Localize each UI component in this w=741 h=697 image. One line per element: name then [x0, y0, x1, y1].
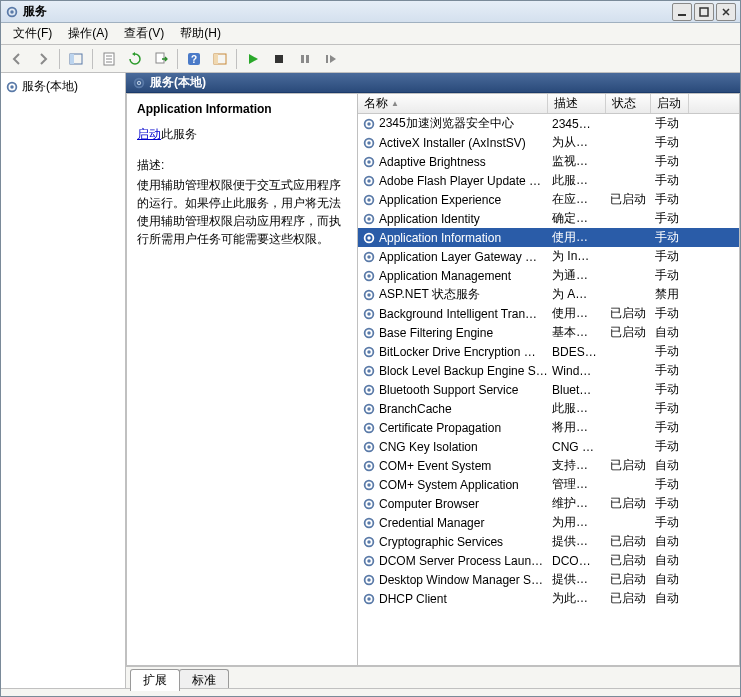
gear-icon	[362, 421, 376, 435]
svg-text:?: ?	[191, 54, 197, 65]
titlebar: 服务	[1, 1, 740, 23]
cell-start: 手动	[651, 134, 689, 151]
service-row[interactable]: Desktop Window Manager S…提供…已启动自动	[358, 570, 739, 589]
list-pane: 名称▲ 描述 状态 启动 2345加速浏览器安全中心2345…手动ActiveX…	[357, 94, 739, 665]
restart-service-button[interactable]	[319, 47, 343, 71]
service-row[interactable]: ASP.NET 状态服务为 A…禁用	[358, 285, 739, 304]
col-start[interactable]: 启动	[651, 94, 689, 113]
gear-icon	[362, 573, 376, 587]
properties-button[interactable]	[97, 47, 121, 71]
svg-point-26	[367, 141, 371, 145]
gear-icon	[362, 269, 376, 283]
cell-name: COM+ System Application	[358, 478, 548, 492]
service-name: Base Filtering Engine	[379, 326, 493, 340]
detail-start-line: 启动此服务	[137, 126, 347, 143]
service-name: ActiveX Installer (AxInstSV)	[379, 136, 526, 150]
cell-name: Credential Manager	[358, 516, 548, 530]
service-row[interactable]: Bluetooth Support ServiceBluet…手动	[358, 380, 739, 399]
service-row[interactable]: Adaptive Brightness监视…手动	[358, 152, 739, 171]
cell-desc: 基本…	[548, 324, 606, 341]
service-row[interactable]: Application Identity确定…手动	[358, 209, 739, 228]
service-name: Background Intelligent Tran…	[379, 307, 537, 321]
service-row[interactable]: Application Information使用…手动	[358, 228, 739, 247]
service-row[interactable]: 2345加速浏览器安全中心2345…手动	[358, 114, 739, 133]
service-row[interactable]: CNG Key IsolationCNG …手动	[358, 437, 739, 456]
service-row[interactable]: Adobe Flash Player Update …此服…手动	[358, 171, 739, 190]
tree-root-services[interactable]: 服务(本地)	[3, 77, 123, 96]
gear-icon	[362, 307, 376, 321]
col-status[interactable]: 状态	[606, 94, 651, 113]
cell-start: 手动	[651, 400, 689, 417]
export-button[interactable]	[149, 47, 173, 71]
detail-title: Application Information	[137, 102, 347, 116]
service-row[interactable]: Background Intelligent Tran…使用…已启动手动	[358, 304, 739, 323]
service-name: Application Identity	[379, 212, 480, 226]
service-name: Desktop Window Manager S…	[379, 573, 543, 587]
tab-extended[interactable]: 扩展	[130, 669, 180, 691]
cell-name: Computer Browser	[358, 497, 548, 511]
service-row[interactable]: Application Management为通…手动	[358, 266, 739, 285]
cell-start: 手动	[651, 305, 689, 322]
service-name: Block Level Backup Engine S…	[379, 364, 548, 378]
close-button[interactable]	[716, 3, 736, 21]
cell-status: 已启动	[606, 495, 651, 512]
gear-icon	[362, 288, 376, 302]
cell-desc: 在应…	[548, 191, 606, 208]
service-row[interactable]: BranchCache此服…手动	[358, 399, 739, 418]
service-name: Application Management	[379, 269, 511, 283]
start-service-link[interactable]: 启动	[137, 127, 161, 141]
service-name: ASP.NET 状态服务	[379, 286, 480, 303]
service-row[interactable]: Base Filtering Engine基本…已启动自动	[358, 323, 739, 342]
minimize-button[interactable]	[672, 3, 692, 21]
refresh-button[interactable]	[123, 47, 147, 71]
col-name[interactable]: 名称▲	[358, 94, 548, 113]
window-title: 服务	[23, 3, 672, 20]
toolbar-extra-button[interactable]	[208, 47, 232, 71]
col-desc[interactable]: 描述	[548, 94, 606, 113]
show-hide-tree-button[interactable]	[64, 47, 88, 71]
service-row[interactable]: ActiveX Installer (AxInstSV)为从…手动	[358, 133, 739, 152]
service-row[interactable]: BitLocker Drive Encryption …BDES…手动	[358, 342, 739, 361]
cell-name: Certificate Propagation	[358, 421, 548, 435]
list-body[interactable]: 2345加速浏览器安全中心2345…手动ActiveX Installer (A…	[358, 114, 739, 665]
cell-desc: 为通…	[548, 267, 606, 284]
service-row[interactable]: Certificate Propagation将用…手动	[358, 418, 739, 437]
forward-button[interactable]	[31, 47, 55, 71]
back-button[interactable]	[5, 47, 29, 71]
cell-status: 已启动	[606, 571, 651, 588]
service-row[interactable]: Block Level Backup Engine S…Wind…手动	[358, 361, 739, 380]
cell-desc: 为此…	[548, 590, 606, 607]
cell-start: 手动	[651, 495, 689, 512]
service-name: Adobe Flash Player Update …	[379, 174, 541, 188]
cell-status: 已启动	[606, 191, 651, 208]
service-row[interactable]: Application Experience在应…已启动手动	[358, 190, 739, 209]
service-name: CNG Key Isolation	[379, 440, 478, 454]
menu-help[interactable]: 帮助(H)	[172, 23, 229, 44]
start-service-button[interactable]	[241, 47, 265, 71]
cell-start: 自动	[651, 552, 689, 569]
toolbar-separator	[236, 49, 237, 69]
service-row[interactable]: Cryptographic Services提供…已启动自动	[358, 532, 739, 551]
service-row[interactable]: Credential Manager为用…手动	[358, 513, 739, 532]
service-row[interactable]: COM+ System Application管理…手动	[358, 475, 739, 494]
service-row[interactable]: DCOM Server Process Laun…DCO…已启动自动	[358, 551, 739, 570]
menu-view[interactable]: 查看(V)	[116, 23, 172, 44]
maximize-button[interactable]	[694, 3, 714, 21]
svg-rect-17	[306, 55, 309, 63]
pause-service-button[interactable]	[293, 47, 317, 71]
svg-point-48	[367, 350, 371, 354]
service-row[interactable]: COM+ Event System支持…已启动自动	[358, 456, 739, 475]
stop-service-button[interactable]	[267, 47, 291, 71]
service-row[interactable]: Computer Browser维护…已启动手动	[358, 494, 739, 513]
service-row[interactable]: Application Layer Gateway …为 In…手动	[358, 247, 739, 266]
cell-start: 手动	[651, 172, 689, 189]
cell-status: 已启动	[606, 552, 651, 569]
gear-icon	[362, 136, 376, 150]
cell-start: 自动	[651, 571, 689, 588]
help-button[interactable]: ?	[182, 47, 206, 71]
cell-status: 已启动	[606, 324, 651, 341]
service-row[interactable]: DHCP Client为此…已启动自动	[358, 589, 739, 608]
menu-action[interactable]: 操作(A)	[60, 23, 116, 44]
menu-file[interactable]: 文件(F)	[5, 23, 60, 44]
service-name: DCOM Server Process Laun…	[379, 554, 543, 568]
